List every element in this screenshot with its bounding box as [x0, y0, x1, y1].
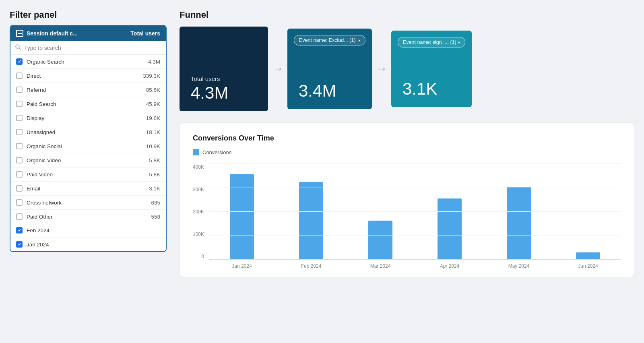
chevron-down-icon: ▾	[458, 40, 460, 45]
chart-section: Conversions Over Time Conversions 400K30…	[180, 122, 634, 277]
filter-item-value: 10.9K	[146, 143, 160, 149]
checkbox[interactable]	[16, 157, 23, 163]
x-axis-label: Jan 2024	[213, 263, 271, 269]
filter-list-item[interactable]: Paid Other 558	[10, 210, 166, 223]
checkbox[interactable]	[16, 72, 23, 79]
x-axis-label: Feb 2024	[282, 263, 340, 269]
filter-box: Session default c... Total users Organic…	[10, 25, 167, 252]
checkbox[interactable]	[16, 171, 23, 178]
bar-group	[421, 198, 479, 259]
filter-item-value: 19.6K	[146, 115, 160, 121]
bar-group	[282, 182, 340, 259]
bar[interactable]	[576, 252, 600, 259]
funnel-badge[interactable]: Event name: Exclud... (1) ▾	[294, 35, 365, 45]
bar-group	[490, 187, 548, 259]
filter-date-item[interactable]: Jan 2024	[10, 238, 166, 251]
checkbox[interactable]	[16, 143, 23, 149]
y-axis-label: 0	[193, 254, 204, 259]
funnel-badge[interactable]: Event name: sign_... (1) ▾	[398, 37, 465, 48]
filter-list-item[interactable]: Cross-network 635	[10, 196, 166, 210]
filter-list-item[interactable]: Unassigned 18.1K	[10, 125, 166, 139]
funnel-card-value: 3.4M	[299, 83, 361, 99]
chart-area: 400K300K200K100K0 Jan 2024Feb 2024Mar 20…	[193, 163, 621, 269]
funnel-card-3[interactable]: Event name: sign_... (1) ▾ 3.1K	[391, 31, 472, 107]
checkbox[interactable]	[16, 58, 23, 65]
right-panel: Funnel Total users4.3M→ Event name: Excl…	[180, 10, 634, 277]
checkbox[interactable]	[16, 199, 23, 206]
funnel-card-2[interactable]: Event name: Exclud... (1) ▾ 3.4M	[287, 29, 372, 109]
funnel-card-label: Total users	[191, 75, 257, 82]
checkbox[interactable]	[16, 185, 23, 192]
filter-list-item[interactable]: Paid Video 5.8K	[10, 167, 166, 182]
legend-label: Conversions	[202, 149, 231, 155]
x-axis-label: Mar 2024	[351, 263, 409, 269]
filter-item-value: 635	[151, 200, 160, 206]
bar[interactable]	[368, 221, 392, 259]
funnel-card-1: Total users4.3M	[180, 27, 268, 111]
funnel-title: Funnel	[180, 10, 634, 20]
funnel-card-value: 3.1K	[402, 81, 460, 97]
bar[interactable]	[507, 187, 531, 259]
checkbox[interactable]	[16, 227, 23, 233]
filter-metric-label: Total users	[130, 30, 160, 37]
y-axis-label: 100K	[193, 231, 204, 237]
bar[interactable]	[438, 198, 462, 259]
filter-dimension-label: Session default c...	[27, 30, 78, 37]
y-axis-label: 400K	[193, 164, 204, 170]
filter-list-item[interactable]: Organic Search 4.3M	[10, 55, 166, 69]
filter-date-list: Feb 2024 Jan 2024	[10, 223, 166, 251]
funnel-card-value: 4.3M	[191, 85, 257, 101]
funnel-arrow: →	[272, 62, 283, 75]
filter-item-value: 85.6K	[146, 87, 160, 93]
checkbox[interactable]	[16, 87, 23, 93]
x-axis-label: Apr 2024	[421, 263, 479, 269]
y-axis-label: 300K	[193, 187, 204, 192]
funnel-section: Total users4.3M→ Event name: Exclud... (…	[180, 27, 634, 111]
filter-list-item[interactable]: Organic Social 10.9K	[10, 139, 166, 153]
filter-item-name: Email	[27, 186, 40, 192]
bar[interactable]	[299, 182, 323, 259]
filter-item-value: 18.1K	[146, 129, 160, 135]
main-layout: Filter panel Session default c... Total …	[10, 10, 634, 277]
funnel-arrow: →	[376, 62, 387, 75]
checkbox[interactable]	[16, 213, 23, 220]
filter-list-item[interactable]: Email 3.1K	[10, 182, 166, 196]
filter-item-name: Direct	[27, 73, 41, 79]
filter-item-name: Organic Video	[27, 157, 61, 163]
checkbox[interactable]	[16, 115, 23, 121]
filter-item-value: 3.1K	[149, 186, 160, 192]
bar-group	[213, 174, 271, 259]
bars-row	[209, 163, 621, 260]
filter-list-item[interactable]: Paid Search 45.9K	[10, 97, 166, 111]
filter-list-item[interactable]: Referral 85.6K	[10, 83, 166, 97]
checkbox[interactable]	[16, 241, 23, 248]
chart-legend: Conversions	[193, 149, 621, 155]
bar-group	[559, 252, 617, 259]
filter-item-name: Referral	[27, 87, 46, 93]
filter-item-name: Cross-network	[27, 200, 62, 206]
filter-list-item[interactable]: Organic Video 5.8K	[10, 153, 166, 167]
filter-header: Session default c... Total users	[10, 26, 166, 41]
filter-item-name: Unassigned	[27, 129, 55, 135]
filter-list: Organic Search 4.3M Direct 339.3K Referr…	[10, 55, 166, 223]
filter-item-value: 45.9K	[146, 101, 160, 107]
search-icon	[15, 44, 21, 51]
filter-item-value: 558	[151, 214, 160, 220]
filter-date-item[interactable]: Feb 2024	[10, 223, 166, 238]
chart-body: Jan 2024Feb 2024Mar 2024Apr 2024May 2024…	[209, 163, 621, 269]
svg-line-1	[19, 48, 21, 50]
filter-list-item[interactable]: Direct 339.3K	[10, 69, 166, 83]
filter-list-item[interactable]: Display 19.6K	[10, 111, 166, 125]
chart-y-axis: 400K300K200K100K0	[193, 164, 204, 269]
x-labels: Jan 2024Feb 2024Mar 2024Apr 2024May 2024…	[209, 260, 621, 269]
bar[interactable]	[230, 174, 254, 259]
legend-color-box	[193, 149, 199, 155]
checkbox[interactable]	[16, 129, 23, 135]
filter-item-name: Display	[27, 115, 44, 121]
filter-item-value: 339.3K	[143, 73, 160, 79]
filter-date-name: Feb 2024	[27, 227, 50, 233]
search-row	[10, 41, 166, 55]
y-axis-label: 200K	[193, 209, 204, 215]
checkbox[interactable]	[16, 101, 23, 107]
search-input[interactable]	[24, 45, 161, 51]
